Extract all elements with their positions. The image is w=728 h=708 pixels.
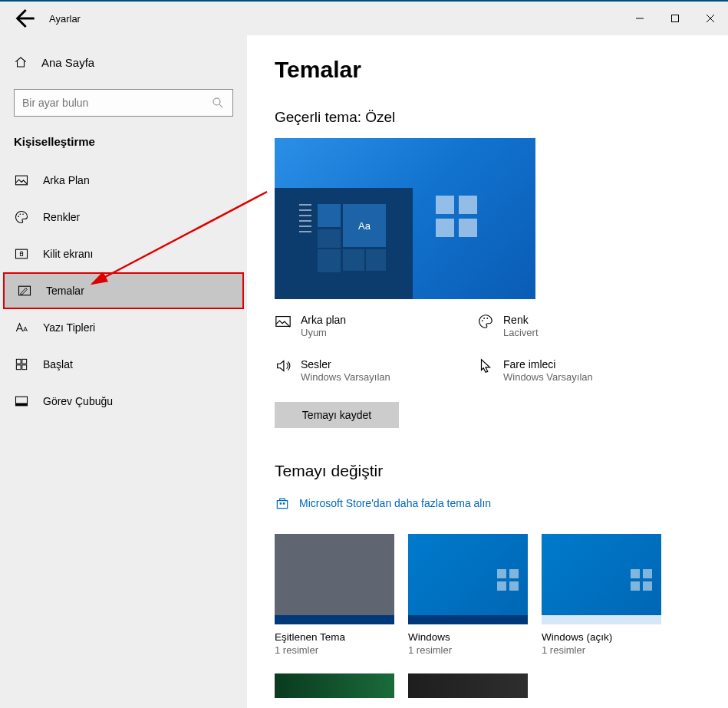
prop-label: Renk (503, 313, 539, 327)
theme-card-windows[interactable]: Windows 1 resimler (408, 534, 528, 657)
window-title: Ayarlar (49, 13, 81, 25)
theme-card-partial[interactable] (275, 673, 394, 698)
svg-rect-19 (280, 502, 282, 505)
theme-name: Windows (408, 631, 528, 644)
sidebar-item-label: Kilit ekranı (43, 248, 93, 260)
theme-card-partial[interactable] (408, 673, 528, 698)
theme-thumbnail (408, 534, 528, 624)
svg-point-18 (486, 318, 488, 319)
sidebar-item-lockscreen[interactable]: Kilit ekranı (0, 235, 247, 272)
home-label: Ana Sayfa (41, 56, 94, 69)
sidebar-item-label: Görev Çubuğu (43, 395, 113, 407)
store-icon (275, 496, 290, 511)
sidebar: Ana Sayfa Kişiselleştirme Arka Plan Renk… (0, 35, 247, 708)
picture-icon (14, 173, 29, 188)
svg-rect-9 (16, 359, 21, 364)
store-link-label: Microsoft Store'dan daha fazla tema alın (299, 497, 491, 509)
sidebar-item-taskbar[interactable]: Görev Çubuğu (0, 383, 247, 420)
theme-thumbnail (275, 534, 394, 624)
sidebar-item-start[interactable]: Başlat (0, 346, 247, 383)
home-icon (14, 55, 28, 69)
svg-rect-10 (22, 359, 27, 364)
close-button[interactable] (693, 5, 728, 31)
preview-text-tile: Aa (343, 204, 386, 247)
search-input[interactable] (22, 97, 211, 109)
windows-logo-icon (436, 196, 477, 237)
theme-image-count: 1 resimler (275, 644, 394, 657)
svg-point-16 (482, 320, 483, 321)
svg-rect-20 (283, 502, 285, 505)
svg-rect-11 (16, 365, 21, 370)
theme-thumbnail (542, 534, 661, 624)
prop-label: Sesler (301, 357, 390, 371)
palette-icon (14, 209, 29, 225)
minimize-button[interactable] (622, 5, 657, 31)
svg-rect-14 (16, 403, 28, 406)
maximize-icon (670, 14, 680, 23)
cursor-icon (477, 357, 494, 374)
prop-value: Windows Varsayılan (301, 371, 390, 384)
font-icon (14, 320, 29, 335)
maximize-button[interactable] (657, 5, 693, 31)
sidebar-item-label: Yazı Tipleri (43, 321, 95, 334)
home-link[interactable]: Ana Sayfa (0, 49, 247, 75)
taskbar-icon (14, 394, 29, 409)
sidebar-item-label: Temalar (46, 285, 84, 297)
theme-name: Windows (açık) (542, 631, 661, 644)
back-button[interactable] (6, 2, 40, 35)
save-theme-button[interactable]: Temayı kaydet (275, 402, 399, 428)
theme-card-windows-light[interactable]: Windows (açık) 1 resimler (542, 534, 661, 657)
svg-rect-2 (16, 176, 28, 185)
svg-rect-12 (22, 365, 27, 370)
theme-prop-color[interactable]: RenkLacivert (477, 313, 680, 339)
store-link[interactable]: Microsoft Store'dan daha fazla tema alın (275, 496, 700, 511)
sidebar-item-label: Renkler (43, 211, 80, 223)
prop-value: Windows Varsayılan (503, 371, 593, 384)
minimize-icon (635, 14, 644, 23)
current-theme-label: Geçerli tema: Özel (275, 109, 700, 126)
svg-point-4 (20, 213, 21, 215)
sidebar-item-background[interactable]: Arka Plan (0, 162, 247, 199)
search-icon (211, 96, 225, 110)
content-area: Temalar Geçerli tema: Özel Aa Arka (247, 35, 728, 708)
sidebar-item-label: Başlat (43, 358, 73, 370)
prop-label: Arka plan (301, 313, 346, 327)
svg-rect-0 (672, 15, 679, 22)
arrow-left-icon (6, 2, 40, 35)
section-heading: Kişiselleştirme (0, 135, 247, 162)
svg-point-5 (22, 213, 24, 215)
sidebar-item-label: Arka Plan (43, 174, 90, 186)
picture-icon (275, 313, 292, 330)
prop-label: Fare imleci (503, 357, 593, 371)
titlebar: Ayarlar (0, 2, 728, 35)
theme-image-count: 1 resimler (542, 644, 661, 657)
theme-prop-cursor[interactable]: Fare imleciWindows Varsayılan (477, 357, 680, 384)
speaker-icon (275, 357, 292, 374)
page-title: Temalar (275, 57, 700, 83)
theme-prop-background[interactable]: Arka planUyum (275, 313, 477, 339)
sidebar-item-fonts[interactable]: Yazı Tipleri (0, 309, 247, 346)
theme-prop-sounds[interactable]: SeslerWindows Varsayılan (275, 357, 477, 384)
prop-value: Uyum (301, 327, 346, 339)
sidebar-item-themes[interactable]: Temalar (3, 272, 244, 309)
theme-name: Eşitlenen Tema (275, 631, 394, 644)
theme-image-count: 1 resimler (408, 644, 528, 657)
theme-preview: Aa (275, 138, 535, 299)
prop-value: Lacivert (503, 327, 539, 339)
change-theme-heading: Temayı değiştir (275, 462, 700, 480)
svg-point-1 (213, 98, 220, 105)
palette-icon (477, 313, 494, 330)
svg-point-3 (18, 216, 19, 217)
search-box[interactable] (14, 89, 233, 117)
close-icon (706, 14, 715, 23)
start-icon (14, 357, 29, 372)
svg-rect-7 (20, 253, 22, 255)
svg-rect-6 (16, 249, 28, 259)
theme-icon (17, 283, 32, 298)
theme-card-synced[interactable]: Eşitlenen Tema 1 resimler (275, 534, 394, 657)
svg-point-17 (483, 318, 485, 319)
lock-screen-icon (14, 246, 29, 262)
sidebar-item-colors[interactable]: Renkler (0, 199, 247, 235)
